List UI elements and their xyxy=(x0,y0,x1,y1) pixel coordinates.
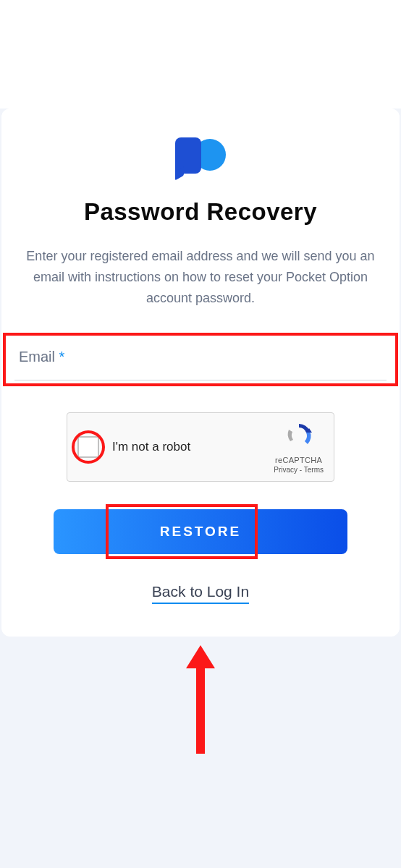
page-title: Password Recovery xyxy=(14,198,387,226)
recaptcha-label: I'm not a robot xyxy=(112,440,190,454)
back-link-container: Back to Log In xyxy=(14,583,387,600)
page-background: EN Password Recovery Enter your register… xyxy=(0,109,401,868)
recaptcha-branding: reCAPTCHA Privacy - Terms xyxy=(274,421,324,474)
recaptcha-brand-text: reCAPTCHA xyxy=(274,456,324,464)
recaptcha-checkbox[interactable] xyxy=(77,436,99,458)
recaptcha-logo-icon xyxy=(284,421,313,450)
top-bar xyxy=(0,0,401,43)
back-to-login-link[interactable]: Back to Log In xyxy=(152,583,249,604)
recovery-card: Password Recovery Enter your registered … xyxy=(1,109,400,637)
email-input[interactable] xyxy=(14,336,387,380)
recaptcha-links: Privacy - Terms xyxy=(274,466,324,474)
recaptcha-terms-link[interactable]: Terms xyxy=(304,466,324,474)
restore-button-container: RESTORE xyxy=(54,509,347,554)
recaptcha-privacy-link[interactable]: Privacy xyxy=(274,466,297,474)
annotation-arrow-icon xyxy=(185,645,216,754)
email-field-container: Email * xyxy=(14,336,387,380)
restore-button[interactable]: RESTORE xyxy=(54,509,347,554)
logo-container xyxy=(14,137,387,175)
page-description: Enter your registered email address and … xyxy=(14,246,387,308)
pocket-option-logo-icon xyxy=(175,137,226,175)
recaptcha-widget: I'm not a robot reCAPTCHA Privacy - Term… xyxy=(67,412,334,482)
svg-marker-1 xyxy=(186,645,215,754)
